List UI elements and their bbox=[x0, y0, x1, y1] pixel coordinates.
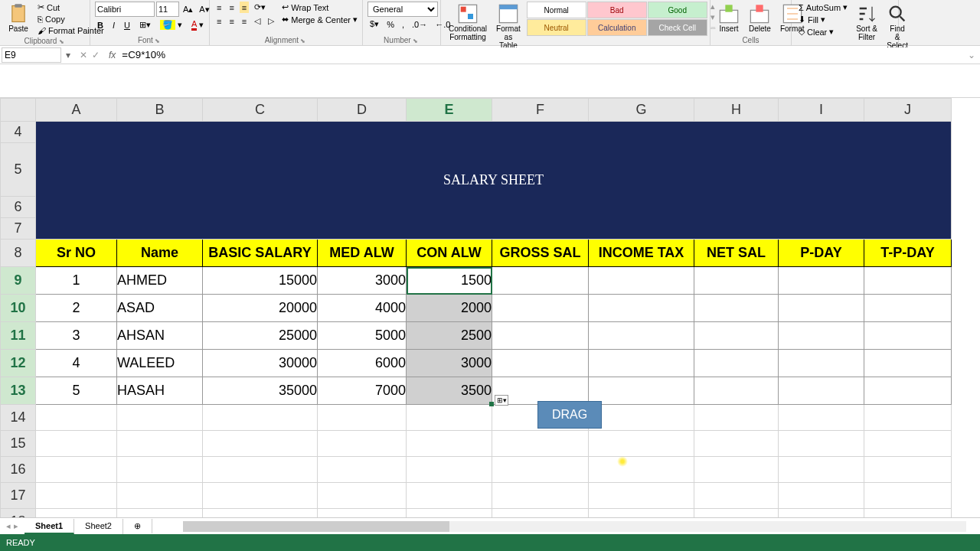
autofill-options-button[interactable]: ⊞▾ bbox=[495, 395, 508, 406]
cell-A14[interactable] bbox=[36, 405, 117, 431]
style-good[interactable]: Good bbox=[648, 2, 707, 18]
fill-button[interactable]: ⬇Fill▾ bbox=[796, 14, 850, 25]
cell-G16[interactable] bbox=[589, 457, 694, 483]
cell-I17[interactable] bbox=[779, 483, 864, 509]
cell-A10[interactable]: 2 bbox=[36, 295, 117, 322]
column-header-H[interactable]: H bbox=[694, 99, 779, 122]
enter-formula-icon[interactable]: ✓ bbox=[92, 50, 100, 60]
decrease-indent-button[interactable]: ◁ bbox=[252, 15, 263, 27]
cell-I10[interactable] bbox=[779, 295, 864, 322]
sheet-tab-sheet1[interactable]: Sheet1 bbox=[24, 519, 74, 534]
cell-I16[interactable] bbox=[779, 457, 864, 483]
column-header-E[interactable]: E bbox=[407, 99, 492, 122]
sheet-tab-sheet2[interactable]: Sheet2 bbox=[74, 519, 123, 534]
find-select-button[interactable]: Find & Select bbox=[884, 2, 911, 51]
column-header-I[interactable]: I bbox=[779, 99, 864, 122]
cell-H10[interactable] bbox=[694, 295, 779, 322]
cell-H16[interactable] bbox=[694, 457, 779, 483]
cell-F15[interactable] bbox=[492, 431, 589, 457]
cell-B11[interactable]: AHSAN bbox=[117, 322, 203, 350]
cell-F17[interactable] bbox=[492, 483, 589, 509]
cell-G10[interactable] bbox=[589, 295, 694, 322]
table-header[interactable]: Sr NO bbox=[36, 240, 117, 267]
cell-D10[interactable]: 4000 bbox=[318, 295, 407, 322]
cell-B17[interactable] bbox=[117, 483, 203, 509]
cell-E10[interactable]: 2000 bbox=[407, 295, 492, 322]
table-header[interactable]: INCOME TAX bbox=[589, 240, 694, 267]
cell-E14[interactable] bbox=[407, 405, 492, 431]
row-header-5[interactable]: 5 bbox=[1, 143, 36, 197]
row-header-17[interactable]: 17 bbox=[1, 483, 36, 509]
cell-G17[interactable] bbox=[589, 483, 694, 509]
cell-G11[interactable] bbox=[589, 322, 694, 350]
column-header-F[interactable]: F bbox=[492, 99, 589, 122]
cell-D14[interactable] bbox=[318, 405, 407, 431]
cell-G9[interactable] bbox=[589, 267, 694, 295]
cell-C16[interactable] bbox=[203, 457, 318, 483]
increase-font-button[interactable]: A▴ bbox=[181, 2, 195, 17]
cell-A17[interactable] bbox=[36, 483, 117, 509]
row-header-4[interactable]: 4 bbox=[1, 122, 36, 143]
cell-C17[interactable] bbox=[203, 483, 318, 509]
cell-A13[interactable]: 5 bbox=[36, 377, 117, 405]
cell-J15[interactable] bbox=[864, 431, 952, 457]
conditional-formatting-button[interactable]: Conditional Formatting bbox=[446, 2, 490, 43]
currency-button[interactable]: $▾ bbox=[368, 18, 381, 30]
row-header-8[interactable]: 8 bbox=[1, 240, 36, 267]
row-header-11[interactable]: 11 bbox=[1, 322, 36, 350]
style-normal[interactable]: Normal bbox=[527, 2, 586, 18]
cell-B16[interactable] bbox=[117, 457, 203, 483]
row-header-16[interactable]: 16 bbox=[1, 457, 36, 483]
formula-expand-button[interactable]: ⌄ bbox=[963, 50, 980, 60]
table-header[interactable]: Name bbox=[117, 240, 203, 267]
cell-J17[interactable] bbox=[864, 483, 952, 509]
cell-J12[interactable] bbox=[864, 350, 952, 377]
name-box[interactable]: E9 bbox=[2, 47, 61, 63]
cell-A11[interactable]: 3 bbox=[36, 322, 117, 350]
cell-B9[interactable]: AHMED bbox=[117, 267, 203, 295]
column-header-C[interactable]: C bbox=[203, 99, 318, 122]
row-header-12[interactable]: 12 bbox=[1, 350, 36, 377]
cell-E13[interactable]: 3500 bbox=[407, 377, 492, 405]
row-header-6[interactable]: 6 bbox=[1, 197, 36, 218]
table-header[interactable]: NET SAL bbox=[694, 240, 779, 267]
cell-I12[interactable] bbox=[779, 350, 864, 377]
table-header[interactable]: MED ALW bbox=[318, 240, 407, 267]
cell-B10[interactable]: ASAD bbox=[117, 295, 203, 322]
grid[interactable]: ABCDEFGHIJ4SALARY SHEET5678Sr NONameBASI… bbox=[0, 98, 952, 535]
cell-J10[interactable] bbox=[864, 295, 952, 322]
number-format-select[interactable]: General bbox=[368, 2, 438, 17]
cell-E15[interactable] bbox=[407, 431, 492, 457]
cell-I13[interactable] bbox=[779, 377, 864, 405]
align-bottom-button[interactable]: ≡ bbox=[240, 2, 249, 13]
cell-A12[interactable]: 4 bbox=[36, 350, 117, 377]
cell-D11[interactable]: 5000 bbox=[318, 322, 407, 350]
column-header-B[interactable]: B bbox=[117, 99, 203, 122]
cell-J16[interactable] bbox=[864, 457, 952, 483]
fx-icon[interactable]: fx bbox=[106, 50, 119, 60]
cell-I11[interactable] bbox=[779, 322, 864, 350]
style-neutral[interactable]: Neutral bbox=[527, 19, 586, 36]
font-name-select[interactable] bbox=[95, 2, 155, 17]
cell-I9[interactable] bbox=[779, 267, 864, 295]
cell-H15[interactable] bbox=[694, 431, 779, 457]
align-left-button[interactable]: ≡ bbox=[214, 15, 224, 27]
font-size-select[interactable] bbox=[156, 2, 179, 17]
table-header[interactable]: BASIC SALARY bbox=[203, 240, 318, 267]
border-button[interactable]: ⊞▾ bbox=[137, 19, 153, 31]
cell-J14[interactable] bbox=[864, 405, 952, 431]
cell-D13[interactable]: 7000 bbox=[318, 377, 407, 405]
cell-H12[interactable] bbox=[694, 350, 779, 377]
cancel-formula-icon[interactable]: ✕ bbox=[80, 50, 87, 60]
wrap-text-button[interactable]: ↩Wrap Text bbox=[279, 2, 360, 13]
align-top-button[interactable]: ≡ bbox=[214, 2, 224, 13]
clear-button[interactable]: ◇Clear▾ bbox=[796, 26, 850, 37]
cell-D17[interactable] bbox=[318, 483, 407, 509]
formula-input[interactable] bbox=[119, 47, 963, 63]
title-cell[interactable]: SALARY SHEET bbox=[36, 122, 952, 240]
cell-B14[interactable] bbox=[117, 405, 203, 431]
align-middle-button[interactable]: ≡ bbox=[227, 2, 236, 13]
cell-E17[interactable] bbox=[407, 483, 492, 509]
style-bad[interactable]: Bad bbox=[587, 2, 647, 18]
cell-D9[interactable]: 3000 bbox=[318, 267, 407, 295]
